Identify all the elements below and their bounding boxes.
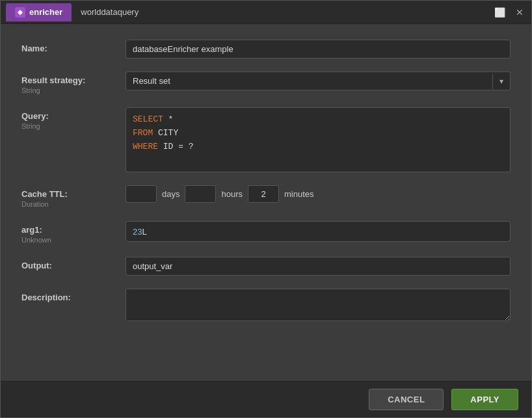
arg1-display[interactable]: 23L: [126, 221, 511, 242]
result-strategy-row: Result strategy: String Result set Singl…: [21, 72, 511, 94]
result-strategy-field-col: Result set Single value Single row ▾: [126, 72, 511, 90]
result-strategy-label-col: Result strategy: String: [21, 72, 126, 94]
query-editor[interactable]: SELECT * FROM CITY WHERE ID = ?: [126, 107, 511, 172]
ttl-hours-input[interactable]: [185, 185, 216, 203]
output-field-col: [126, 257, 511, 276]
ttl-group: days hours minutes: [126, 185, 511, 203]
titlebar-controls: ⬜ ✕: [492, 7, 526, 18]
arg1-number: 23: [133, 227, 142, 237]
enricher-icon: ◆: [15, 7, 25, 18]
result-strategy-select-wrapper[interactable]: Result set Single value Single row ▾: [126, 72, 511, 90]
apply-button[interactable]: APPLY: [451, 389, 518, 410]
tab-worlddataquery-label: worlddataquery: [81, 7, 139, 17]
cache-ttl-label-col: Cache TTL: Duration: [21, 185, 126, 208]
description-field-col: [126, 289, 511, 324]
arg1-sublabel: Unknown: [21, 236, 126, 244]
maximize-button[interactable]: ⬜: [492, 7, 508, 18]
cancel-button[interactable]: CANCEL: [369, 389, 444, 410]
name-label-col: Name:: [21, 40, 126, 53]
query-table: CITY: [153, 128, 178, 138]
close-button[interactable]: ✕: [513, 7, 526, 18]
ttl-minutes-label: minutes: [284, 189, 314, 199]
query-label-col: Query: String: [21, 107, 126, 130]
arg1-label-col: arg1: Unknown: [21, 221, 126, 244]
query-line-2: FROM CITY: [133, 127, 503, 140]
name-label: Name:: [21, 44, 126, 53]
tab-enricher[interactable]: ◆ enricher: [6, 3, 72, 21]
tab-enricher-label: enricher: [29, 7, 62, 17]
ttl-hours-label: hours: [221, 189, 243, 199]
cache-ttl-sublabel: Duration: [21, 200, 126, 208]
result-strategy-label: Result strategy:: [21, 75, 126, 85]
arg1-type: L: [142, 227, 146, 237]
footer: CANCEL APPLY: [1, 381, 531, 417]
query-line-1: SELECT *: [133, 113, 503, 127]
description-row: Description:: [21, 289, 511, 324]
output-label-col: Output:: [21, 257, 126, 270]
tab-worlddataquery[interactable]: worlddataquery: [72, 3, 148, 21]
arg1-row: arg1: Unknown 23L: [21, 221, 511, 244]
cache-ttl-field-col: days hours minutes: [126, 185, 511, 203]
query-row: Query: String SELECT * FROM CITY WHERE I…: [21, 107, 511, 172]
chevron-down-icon: ▾: [493, 77, 510, 86]
arg1-label: arg1:: [21, 225, 126, 235]
keyword-select: SELECT: [133, 114, 163, 124]
ttl-minutes-input[interactable]: [248, 185, 279, 203]
form-content: Name: Result strategy: String Result set…: [1, 24, 531, 381]
query-field-col: SELECT * FROM CITY WHERE ID = ?: [126, 107, 511, 172]
dialog: ◆ enricher worlddataquery ⬜ ✕ Name: Resu…: [0, 0, 532, 418]
query-condition: ID = ?: [158, 142, 194, 151]
cache-ttl-row: Cache TTL: Duration days hours minutes: [21, 185, 511, 208]
cache-ttl-label: Cache TTL:: [21, 189, 126, 199]
result-strategy-sublabel: String: [21, 86, 126, 94]
arg1-field-col: 23L: [126, 221, 511, 242]
keyword-from: FROM: [133, 128, 153, 138]
keyword-where: WHERE: [133, 142, 158, 151]
query-line-3: WHERE ID = ?: [133, 140, 503, 154]
name-field-col: [126, 40, 511, 59]
ttl-days-label: days: [162, 189, 180, 199]
output-row: Output:: [21, 257, 511, 276]
name-row: Name:: [21, 40, 511, 59]
query-sublabel: String: [21, 122, 126, 130]
description-textarea[interactable]: [126, 289, 511, 321]
query-star: *: [163, 114, 174, 124]
ttl-days-input[interactable]: [126, 185, 157, 203]
query-label: Query:: [21, 111, 126, 121]
result-strategy-select[interactable]: Result set Single value Single row: [126, 72, 492, 90]
titlebar: ◆ enricher worlddataquery ⬜ ✕: [1, 1, 531, 24]
name-input[interactable]: [126, 40, 511, 59]
output-input[interactable]: [126, 257, 511, 276]
output-label: Output:: [21, 261, 126, 270]
description-label: Description:: [21, 293, 126, 302]
description-label-col: Description:: [21, 289, 126, 302]
